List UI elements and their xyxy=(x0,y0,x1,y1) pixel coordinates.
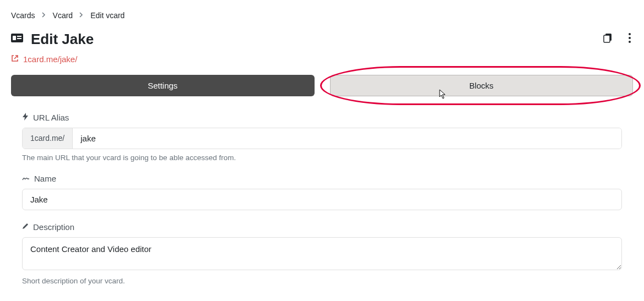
svg-rect-5 xyxy=(604,35,610,42)
svg-rect-2 xyxy=(17,36,21,37)
more-vertical-icon xyxy=(629,33,631,43)
breadcrumb: Vcards Vcard Edit vcard xyxy=(11,11,633,20)
description-label: Description xyxy=(33,222,74,232)
copy-icon xyxy=(603,33,613,43)
svg-point-7 xyxy=(629,37,631,39)
page-title: Edit Jake xyxy=(31,31,94,48)
breadcrumb-vcard[interactable]: Vcard xyxy=(53,11,73,20)
url-alias-input[interactable] xyxy=(73,128,621,149)
svg-point-8 xyxy=(629,41,631,43)
bolt-icon xyxy=(22,113,29,122)
description-input[interactable] xyxy=(22,237,622,270)
chevron-right-icon xyxy=(42,12,46,19)
tabs: Settings Blocks xyxy=(11,75,633,96)
breadcrumb-current: Edit vcard xyxy=(90,11,125,20)
field-url-alias: URL Alias 1card.me/ The main URL that yo… xyxy=(22,113,622,162)
svg-rect-3 xyxy=(17,38,21,39)
name-input[interactable] xyxy=(22,189,622,210)
field-description: Description Short description of your vc… xyxy=(22,222,622,285)
name-label: Name xyxy=(34,174,56,183)
field-name: Name xyxy=(22,174,622,210)
copy-button[interactable] xyxy=(601,31,615,48)
vcard-url-row: 1card.me/jake/ xyxy=(11,54,633,64)
tab-blocks[interactable]: Blocks xyxy=(330,75,634,96)
pencil-icon xyxy=(22,223,29,231)
breadcrumb-vcards[interactable]: Vcards xyxy=(11,11,35,20)
vcard-icon xyxy=(11,32,24,46)
signature-icon xyxy=(22,174,30,183)
more-menu-button[interactable] xyxy=(626,31,633,48)
settings-form: URL Alias 1card.me/ The main URL that yo… xyxy=(11,113,633,285)
chevron-right-icon xyxy=(79,12,84,19)
svg-point-6 xyxy=(629,33,631,35)
url-alias-prefix: 1card.me/ xyxy=(23,128,73,149)
page-header: Edit Jake xyxy=(11,31,633,48)
svg-rect-1 xyxy=(13,36,16,40)
external-link-icon xyxy=(11,54,19,64)
tab-settings[interactable]: Settings xyxy=(11,75,315,96)
url-alias-label: URL Alias xyxy=(33,113,69,122)
description-help: Short description of your vcard. xyxy=(22,277,622,285)
url-alias-help: The main URL that your vcard is going to… xyxy=(22,154,622,162)
vcard-url-link[interactable]: 1card.me/jake/ xyxy=(23,54,77,64)
